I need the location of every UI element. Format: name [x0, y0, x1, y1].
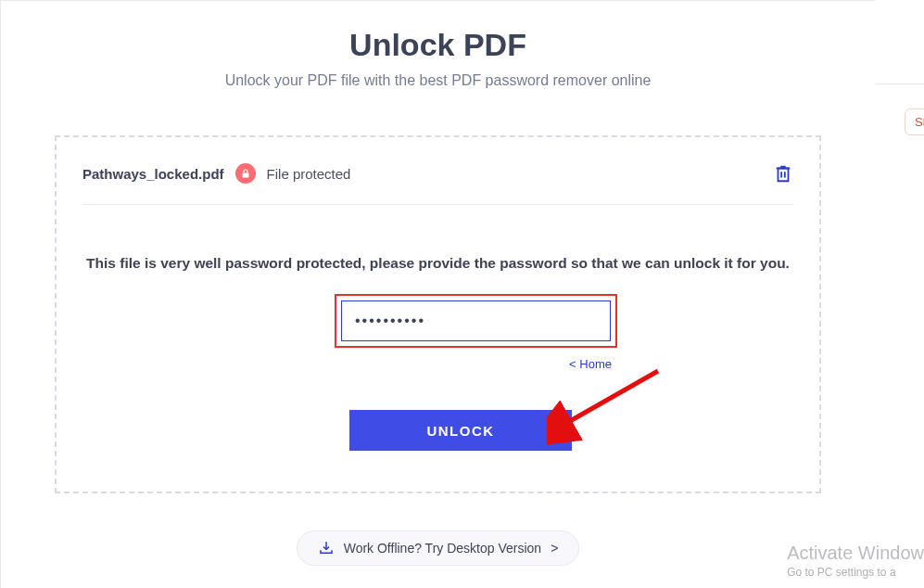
chevron-right-icon: > — [551, 541, 558, 556]
windows-watermark: Activate Window Go to PC settings to a — [787, 543, 924, 579]
unlock-button[interactable]: UNLOCK — [349, 410, 572, 451]
share-chip[interactable]: Sh — [905, 109, 924, 135]
upload-panel: Pathways_locked.pdf File protected This … — [55, 135, 821, 493]
file-row: Pathways_locked.pdf File protected — [82, 163, 793, 205]
lock-icon — [235, 163, 256, 184]
page-container: Unlock PDF Unlock your PDF file with the… — [0, 0, 875, 588]
password-prompt: This file is very well password protecte… — [82, 255, 793, 272]
watermark-line2: Go to PC settings to a — [787, 566, 924, 579]
trash-icon — [773, 163, 793, 184]
password-highlight-box — [335, 294, 617, 348]
password-input[interactable] — [341, 300, 611, 341]
delete-button[interactable] — [773, 163, 793, 184]
file-status: File protected — [267, 166, 351, 182]
svg-rect-0 — [242, 173, 248, 178]
download-icon — [318, 540, 335, 556]
file-name: Pathways_locked.pdf — [82, 166, 224, 182]
offline-pill[interactable]: Work Offline? Try Desktop Version > — [297, 530, 580, 566]
page-title: Unlock PDF — [1, 27, 875, 63]
watermark-line1: Activate Window — [787, 543, 924, 564]
right-divider — [876, 83, 924, 84]
home-link[interactable]: < Home — [335, 357, 617, 371]
page-subtitle: Unlock your PDF file with the best PDF p… — [1, 72, 875, 89]
offline-text: Work Offline? Try Desktop Version — [344, 541, 541, 556]
